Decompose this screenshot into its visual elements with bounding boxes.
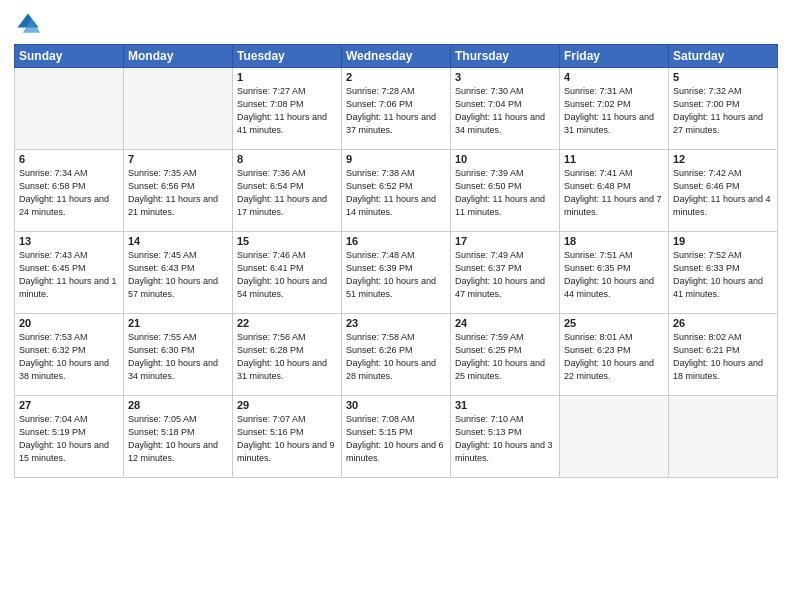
day-detail: Sunrise: 7:55 AM Sunset: 6:30 PM Dayligh… [128,331,228,383]
day-number: 11 [564,153,664,165]
calendar-cell: 29Sunrise: 7:07 AM Sunset: 5:16 PM Dayli… [233,396,342,478]
calendar-cell: 22Sunrise: 7:56 AM Sunset: 6:28 PM Dayli… [233,314,342,396]
day-number: 3 [455,71,555,83]
day-number: 25 [564,317,664,329]
calendar-week-row: 6Sunrise: 7:34 AM Sunset: 6:58 PM Daylig… [15,150,778,232]
day-number: 5 [673,71,773,83]
calendar-cell: 13Sunrise: 7:43 AM Sunset: 6:45 PM Dayli… [15,232,124,314]
day-detail: Sunrise: 7:58 AM Sunset: 6:26 PM Dayligh… [346,331,446,383]
calendar-cell: 30Sunrise: 7:08 AM Sunset: 5:15 PM Dayli… [342,396,451,478]
day-detail: Sunrise: 7:45 AM Sunset: 6:43 PM Dayligh… [128,249,228,301]
calendar-cell: 4Sunrise: 7:31 AM Sunset: 7:02 PM Daylig… [560,68,669,150]
day-detail: Sunrise: 7:39 AM Sunset: 6:50 PM Dayligh… [455,167,555,219]
calendar-cell: 10Sunrise: 7:39 AM Sunset: 6:50 PM Dayli… [451,150,560,232]
weekday-header: Saturday [669,45,778,68]
calendar-cell: 20Sunrise: 7:53 AM Sunset: 6:32 PM Dayli… [15,314,124,396]
calendar-cell: 2Sunrise: 7:28 AM Sunset: 7:06 PM Daylig… [342,68,451,150]
weekday-header: Friday [560,45,669,68]
day-number: 17 [455,235,555,247]
calendar-cell: 24Sunrise: 7:59 AM Sunset: 6:25 PM Dayli… [451,314,560,396]
day-detail: Sunrise: 7:35 AM Sunset: 6:56 PM Dayligh… [128,167,228,219]
day-number: 24 [455,317,555,329]
day-number: 31 [455,399,555,411]
day-number: 19 [673,235,773,247]
calendar-week-row: 13Sunrise: 7:43 AM Sunset: 6:45 PM Dayli… [15,232,778,314]
calendar-header-row: SundayMondayTuesdayWednesdayThursdayFrid… [15,45,778,68]
calendar-cell: 23Sunrise: 7:58 AM Sunset: 6:26 PM Dayli… [342,314,451,396]
calendar-cell [15,68,124,150]
calendar-week-row: 20Sunrise: 7:53 AM Sunset: 6:32 PM Dayli… [15,314,778,396]
calendar-cell: 26Sunrise: 8:02 AM Sunset: 6:21 PM Dayli… [669,314,778,396]
day-detail: Sunrise: 7:10 AM Sunset: 5:13 PM Dayligh… [455,413,555,465]
logo-icon [14,10,42,38]
day-number: 23 [346,317,446,329]
calendar-cell: 17Sunrise: 7:49 AM Sunset: 6:37 PM Dayli… [451,232,560,314]
calendar-cell: 18Sunrise: 7:51 AM Sunset: 6:35 PM Dayli… [560,232,669,314]
weekday-header: Monday [124,45,233,68]
day-detail: Sunrise: 7:32 AM Sunset: 7:00 PM Dayligh… [673,85,773,137]
day-number: 13 [19,235,119,247]
day-detail: Sunrise: 7:49 AM Sunset: 6:37 PM Dayligh… [455,249,555,301]
calendar-cell: 1Sunrise: 7:27 AM Sunset: 7:08 PM Daylig… [233,68,342,150]
calendar-cell: 15Sunrise: 7:46 AM Sunset: 6:41 PM Dayli… [233,232,342,314]
page: SundayMondayTuesdayWednesdayThursdayFrid… [0,0,792,612]
day-detail: Sunrise: 7:42 AM Sunset: 6:46 PM Dayligh… [673,167,773,219]
day-number: 27 [19,399,119,411]
calendar-cell: 5Sunrise: 7:32 AM Sunset: 7:00 PM Daylig… [669,68,778,150]
weekday-header: Thursday [451,45,560,68]
day-detail: Sunrise: 7:27 AM Sunset: 7:08 PM Dayligh… [237,85,337,137]
day-number: 14 [128,235,228,247]
day-detail: Sunrise: 7:05 AM Sunset: 5:18 PM Dayligh… [128,413,228,465]
day-number: 16 [346,235,446,247]
day-number: 12 [673,153,773,165]
day-number: 30 [346,399,446,411]
weekday-header: Tuesday [233,45,342,68]
day-detail: Sunrise: 7:53 AM Sunset: 6:32 PM Dayligh… [19,331,119,383]
day-detail: Sunrise: 7:48 AM Sunset: 6:39 PM Dayligh… [346,249,446,301]
day-number: 29 [237,399,337,411]
day-number: 20 [19,317,119,329]
weekday-header: Wednesday [342,45,451,68]
calendar-cell: 31Sunrise: 7:10 AM Sunset: 5:13 PM Dayli… [451,396,560,478]
calendar-cell [124,68,233,150]
day-detail: Sunrise: 7:52 AM Sunset: 6:33 PM Dayligh… [673,249,773,301]
calendar-cell: 11Sunrise: 7:41 AM Sunset: 6:48 PM Dayli… [560,150,669,232]
calendar-week-row: 1Sunrise: 7:27 AM Sunset: 7:08 PM Daylig… [15,68,778,150]
calendar-cell: 14Sunrise: 7:45 AM Sunset: 6:43 PM Dayli… [124,232,233,314]
day-number: 22 [237,317,337,329]
day-detail: Sunrise: 7:04 AM Sunset: 5:19 PM Dayligh… [19,413,119,465]
day-number: 1 [237,71,337,83]
day-detail: Sunrise: 7:30 AM Sunset: 7:04 PM Dayligh… [455,85,555,137]
day-number: 7 [128,153,228,165]
calendar-cell: 12Sunrise: 7:42 AM Sunset: 6:46 PM Dayli… [669,150,778,232]
calendar-cell: 8Sunrise: 7:36 AM Sunset: 6:54 PM Daylig… [233,150,342,232]
day-detail: Sunrise: 7:56 AM Sunset: 6:28 PM Dayligh… [237,331,337,383]
day-number: 6 [19,153,119,165]
calendar-cell: 9Sunrise: 7:38 AM Sunset: 6:52 PM Daylig… [342,150,451,232]
calendar: SundayMondayTuesdayWednesdayThursdayFrid… [14,44,778,478]
day-detail: Sunrise: 7:43 AM Sunset: 6:45 PM Dayligh… [19,249,119,301]
calendar-cell: 21Sunrise: 7:55 AM Sunset: 6:30 PM Dayli… [124,314,233,396]
day-number: 2 [346,71,446,83]
weekday-header: Sunday [15,45,124,68]
day-number: 9 [346,153,446,165]
calendar-cell: 27Sunrise: 7:04 AM Sunset: 5:19 PM Dayli… [15,396,124,478]
day-number: 28 [128,399,228,411]
calendar-cell: 25Sunrise: 8:01 AM Sunset: 6:23 PM Dayli… [560,314,669,396]
logo [14,10,46,38]
day-detail: Sunrise: 7:51 AM Sunset: 6:35 PM Dayligh… [564,249,664,301]
day-detail: Sunrise: 7:46 AM Sunset: 6:41 PM Dayligh… [237,249,337,301]
day-detail: Sunrise: 7:28 AM Sunset: 7:06 PM Dayligh… [346,85,446,137]
day-detail: Sunrise: 7:36 AM Sunset: 6:54 PM Dayligh… [237,167,337,219]
day-detail: Sunrise: 7:31 AM Sunset: 7:02 PM Dayligh… [564,85,664,137]
calendar-week-row: 27Sunrise: 7:04 AM Sunset: 5:19 PM Dayli… [15,396,778,478]
day-number: 10 [455,153,555,165]
header [14,10,778,38]
day-detail: Sunrise: 7:41 AM Sunset: 6:48 PM Dayligh… [564,167,664,219]
calendar-cell: 16Sunrise: 7:48 AM Sunset: 6:39 PM Dayli… [342,232,451,314]
calendar-cell: 7Sunrise: 7:35 AM Sunset: 6:56 PM Daylig… [124,150,233,232]
day-number: 8 [237,153,337,165]
day-number: 15 [237,235,337,247]
day-detail: Sunrise: 7:07 AM Sunset: 5:16 PM Dayligh… [237,413,337,465]
day-number: 18 [564,235,664,247]
